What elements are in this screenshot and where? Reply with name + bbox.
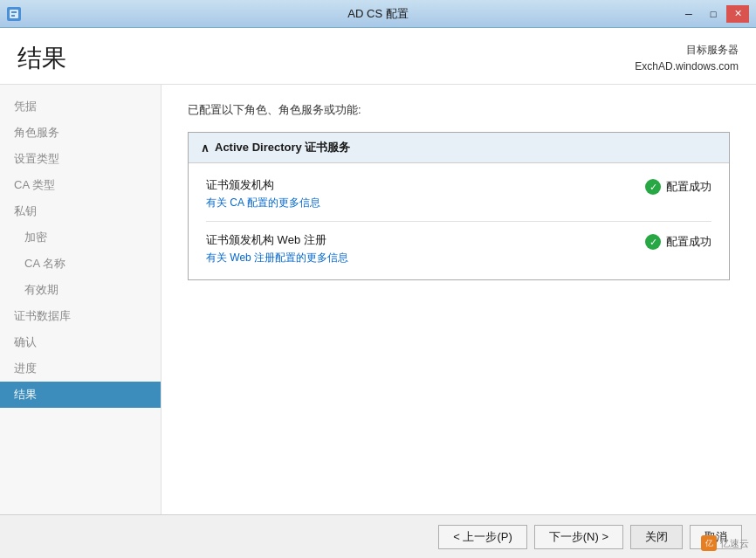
watermark-icon: 亿 [701,535,717,551]
result-label: 证书颁发机构 Web 注册 [206,232,645,248]
title-bar-left [7,7,21,21]
result-link[interactable]: 有关 CA 配置的更多信息 [206,196,320,209]
sidebar-item[interactable]: 凭据 [0,93,161,120]
svg-rect-2 [11,15,15,17]
next-button[interactable]: 下一步(N) > [534,525,623,549]
sidebar-item[interactable]: 有效期 [0,277,161,303]
watermark: 亿 亿速云 [701,535,749,551]
service-section: ∧ Active Directory 证书服务 证书颁发机构有关 CA 配置的更… [188,132,730,280]
result-left: 证书颁发机构有关 CA 配置的更多信息 [206,177,645,210]
main-container: 结果 目标服务器 ExchAD.windows.com 凭据角色服务设置类型CA… [0,28,756,558]
section-title: Active Directory 证书服务 [215,140,350,155]
sidebar-item[interactable]: 证书数据库 [0,303,161,329]
result-status: ✓配置成功 [645,177,711,195]
sidebar-item[interactable]: 确认 [0,329,161,355]
header-area: 结果 目标服务器 ExchAD.windows.com [0,28,756,85]
maximize-button[interactable]: □ [702,5,725,23]
sidebar-item[interactable]: CA 名称 [0,251,161,277]
main-content: 已配置以下角色、角色服务或功能: ∧ Active Directory 证书服务… [162,85,756,514]
title-bar: AD CS 配置 ─ □ ✕ [0,0,756,28]
sidebar-item[interactable]: 私钥 [0,198,161,224]
target-server-label: 目标服务器 [635,42,739,59]
collapse-icon[interactable]: ∧ [201,141,210,155]
status-text: 配置成功 [666,234,711,250]
target-server-value: ExchAD.windows.com [635,59,739,75]
sidebar-item[interactable]: 角色服务 [0,120,161,146]
sidebar-item[interactable]: 加密 [0,224,161,251]
success-icon: ✓ [645,234,661,250]
svg-rect-1 [11,11,17,13]
result-divider [206,221,711,222]
sidebar: 凭据角色服务设置类型CA 类型私钥加密CA 名称有效期证书数据库确认进度结果 [0,85,162,514]
result-status: ✓配置成功 [645,232,711,250]
result-row: 证书颁发机构 Web 注册有关 Web 注册配置的更多信息✓配置成功 [206,232,711,265]
svg-rect-0 [10,10,18,18]
result-label: 证书颁发机构 [206,177,645,193]
content-description: 已配置以下角色、角色服务或功能: [188,102,730,118]
watermark-text: 亿速云 [720,537,749,550]
sidebar-item[interactable]: 进度 [0,355,161,382]
close-button-footer[interactable]: 关闭 [630,525,683,549]
page-title: 结果 [17,42,66,75]
section-header: ∧ Active Directory 证书服务 [189,133,729,163]
target-server-info: 目标服务器 ExchAD.windows.com [635,42,739,75]
result-row: 证书颁发机构有关 CA 配置的更多信息✓配置成功 [206,177,711,210]
section-body: 证书颁发机构有关 CA 配置的更多信息✓配置成功证书颁发机构 Web 注册有关 … [189,163,729,279]
status-text: 配置成功 [666,179,711,195]
footer: < 上一步(P) 下一步(N) > 关闭 取消 [0,514,756,558]
sidebar-item: 结果 [0,382,161,408]
window-controls: ─ □ ✕ [677,5,749,23]
content-area: 凭据角色服务设置类型CA 类型私钥加密CA 名称有效期证书数据库确认进度结果 已… [0,85,756,514]
minimize-button[interactable]: ─ [677,5,700,23]
result-left: 证书颁发机构 Web 注册有关 Web 注册配置的更多信息 [206,232,645,265]
back-button[interactable]: < 上一步(P) [438,525,527,549]
app-icon [7,7,21,21]
sidebar-item[interactable]: CA 类型 [0,172,161,198]
window-title: AD CS 配置 [347,6,408,22]
success-icon: ✓ [645,179,661,195]
close-button[interactable]: ✕ [726,5,749,23]
result-link[interactable]: 有关 Web 注册配置的更多信息 [206,251,348,264]
sidebar-item[interactable]: 设置类型 [0,146,161,172]
